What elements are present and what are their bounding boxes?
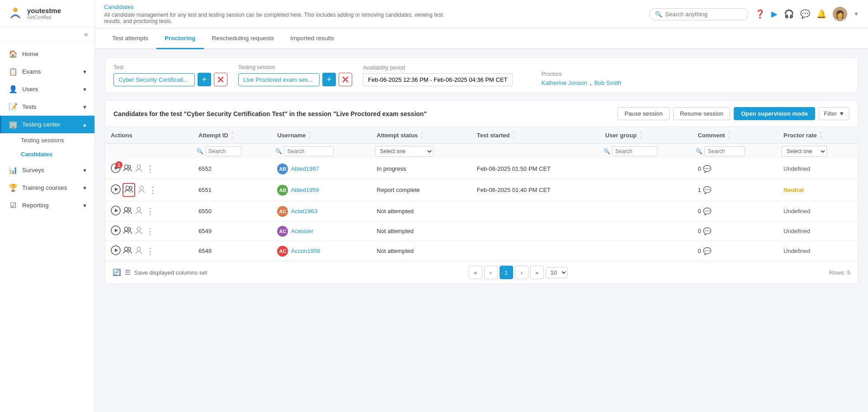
play-action-btn[interactable] [111, 225, 121, 237]
user-action-btn[interactable] [137, 185, 146, 195]
col-proctor-rate[interactable]: Proctor rate ↑↓ [778, 127, 858, 144]
sort-comment-icon[interactable]: ↑↓ [728, 131, 730, 139]
comment-icon[interactable]: 💬 [703, 165, 712, 173]
sort-proctor-rate-icon[interactable]: ↑↓ [820, 131, 822, 139]
help-icon[interactable]: ❓ [755, 9, 765, 19]
username-link[interactable]: AB Abled1959 [277, 185, 366, 196]
sort-attempt-id-icon[interactable]: ↑↓ [231, 131, 234, 139]
sort-user-group-icon[interactable]: ↑↓ [640, 131, 642, 139]
play-icon[interactable]: ▶ [771, 9, 778, 19]
session-remove-button[interactable] [339, 73, 352, 86]
sort-test-started-icon[interactable]: ↑↓ [513, 131, 515, 139]
user-menu-arrow[interactable]: ▼ [854, 11, 859, 17]
testing-session-value[interactable]: Live Proctored exam ses... [238, 73, 320, 86]
test-filter-value[interactable]: Cyber Security Certificati... [113, 73, 195, 86]
username-link[interactable]: AC Actat1963 [277, 206, 366, 217]
search-attempt-input[interactable] [205, 146, 241, 156]
session-add-button[interactable]: + [322, 73, 336, 86]
user-avatar[interactable]: 👩 [833, 7, 847, 21]
search-input[interactable] [665, 11, 737, 18]
group-action-btn[interactable] [123, 183, 135, 197]
prev-page-btn[interactable]: ‹ [484, 266, 498, 279]
proctors-group: Proctors Katherine Jonson, Bob Smith [542, 71, 622, 86]
page-size-select[interactable]: 10 25 50 [546, 267, 568, 278]
first-page-btn[interactable]: « [469, 266, 482, 279]
username-link[interactable]: AC Acessier [277, 226, 366, 237]
open-supervision-button[interactable]: Open supervision mode [734, 107, 815, 120]
table-row: 1 ⋮ 6552 AB Abled1997 In progressFeb-06- [105, 159, 858, 179]
more-options-btn[interactable]: ⋮ [145, 226, 155, 236]
last-page-btn[interactable]: » [530, 266, 544, 279]
sidebar-item-exams[interactable]: 📋 Exams ▼ [0, 63, 94, 80]
search-group-input[interactable] [612, 146, 657, 156]
tab-test-attempts[interactable]: Test attempts [104, 28, 156, 49]
tab-proctoring[interactable]: Proctoring [156, 28, 203, 49]
comment-icon[interactable]: 💬 [703, 227, 712, 235]
group-action-btn[interactable] [123, 163, 132, 174]
sidebar-collapse-btn[interactable]: « [81, 29, 91, 39]
user-action-btn[interactable] [134, 206, 143, 216]
test-remove-button[interactable] [214, 73, 227, 86]
col-user-group[interactable]: User group ↑↓ [600, 127, 693, 144]
status-cell: Report complete [371, 179, 471, 201]
proctor-rate-filter-select[interactable]: Select one Neutral Undefined [782, 146, 827, 157]
col-username[interactable]: Username ↑↓ [272, 127, 371, 144]
pause-session-button[interactable]: Pause session [618, 107, 670, 120]
sidebar-item-users[interactable]: 👤 Users ▼ [0, 80, 94, 98]
group-action-btn[interactable] [123, 245, 132, 257]
col-attempt-id[interactable]: Attempt ID ↑↓ [193, 127, 272, 144]
col-attempt-status[interactable]: Attempt status ↑↓ [371, 127, 471, 144]
search-comment-input[interactable] [704, 146, 745, 156]
user-action-btn[interactable] [134, 164, 143, 174]
comment-icon[interactable]: 💬 [703, 247, 712, 255]
next-page-btn[interactable]: › [515, 266, 528, 279]
sidebar-item-training-courses-label: Training courses [22, 184, 67, 191]
more-options-btn[interactable]: ⋮ [145, 246, 155, 256]
group-action-btn[interactable] [123, 206, 132, 217]
sidebar-item-testing-sessions[interactable]: Testing sessions [0, 133, 94, 147]
more-options-btn[interactable]: ⋮ [145, 206, 155, 216]
save-columns-btn[interactable]: 🔄 ☰ Save displayed columns set [113, 268, 207, 276]
status-filter-select[interactable]: Select one In progress Report complete N… [375, 146, 434, 157]
tab-rescheduling-requests[interactable]: Rescheduling requests [204, 28, 282, 49]
group-action-btn[interactable] [123, 225, 132, 237]
sidebar-item-reporting[interactable]: ☑ Reporting ▼ [0, 197, 94, 214]
chat-icon[interactable]: 💬 [800, 9, 810, 19]
comment-icon[interactable]: 💬 [703, 207, 712, 215]
comment-icon[interactable]: 💬 [703, 186, 712, 194]
test-add-button[interactable]: + [198, 73, 211, 86]
page-1-btn[interactable]: 1 [500, 266, 513, 279]
play-action-btn[interactable] [111, 206, 121, 217]
col-comment[interactable]: Comment ↑↓ [692, 127, 778, 144]
sidebar-item-tests[interactable]: 📝 Tests ▼ [0, 98, 94, 116]
breadcrumb[interactable]: Candidates [104, 4, 649, 10]
sidebar-item-home[interactable]: 🏠 Home [0, 45, 94, 63]
sidebar-item-candidates[interactable]: Candidates [0, 147, 94, 161]
username-link[interactable]: AC Accon1956 [277, 246, 366, 257]
availability-value[interactable]: Feb-06-2025 12:36 PM - Feb-06-2025 04:36… [363, 73, 513, 86]
bell-icon[interactable]: 🔔 [816, 9, 826, 19]
more-options-btn[interactable]: ⋮ [148, 185, 158, 195]
sidebar-item-testing-center[interactable]: 🏢 Testing center ▲ [0, 116, 94, 133]
resume-session-button[interactable]: Resume session [673, 107, 730, 120]
sidebar-item-training-courses[interactable]: 🏆 Training courses ▼ [0, 179, 94, 197]
more-options-btn[interactable]: ⋮ [145, 164, 155, 174]
username-cell: AC Accon1956 [272, 241, 371, 261]
proctor1-link[interactable]: Katherine Jonson [542, 80, 587, 86]
proctor2-link[interactable]: Bob Smith [594, 80, 621, 86]
col-test-started[interactable]: Test started ↑↓ [472, 127, 600, 144]
user-action-btn[interactable] [134, 246, 143, 256]
user-action-btn[interactable] [134, 226, 143, 236]
filter-button[interactable]: Filter ▼ [819, 107, 849, 120]
username-link[interactable]: AB Abled1997 [277, 164, 366, 174]
sort-attempt-status-icon[interactable]: ↑↓ [421, 131, 423, 139]
sort-username-icon[interactable]: ↑↓ [309, 131, 311, 139]
sidebar-item-surveys[interactable]: 📊 Surveys ▼ [0, 161, 94, 179]
search-username-input[interactable] [284, 146, 334, 156]
play-action-btn[interactable] [111, 184, 121, 196]
play-action-btn[interactable]: 1 [111, 163, 121, 174]
tab-imported-results[interactable]: Imported results [282, 28, 342, 49]
search-box[interactable]: 🔍 [649, 8, 749, 20]
play-action-btn[interactable] [111, 245, 121, 257]
headset-icon[interactable]: 🎧 [784, 9, 794, 19]
